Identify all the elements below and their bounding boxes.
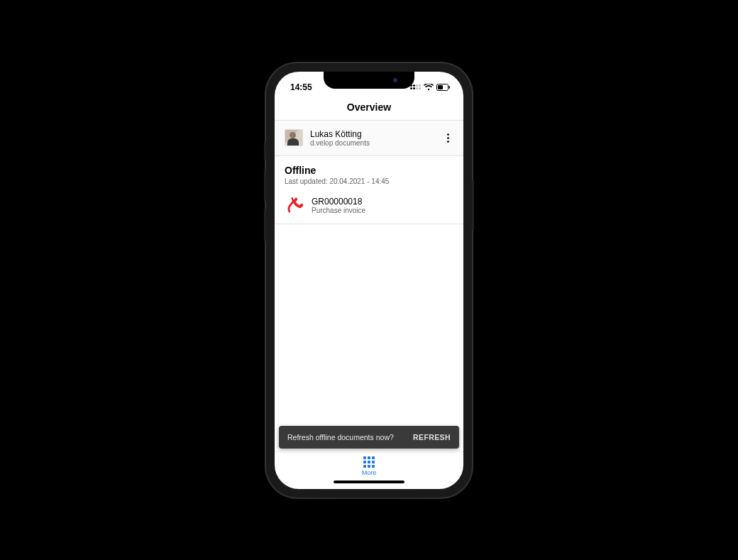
side-button — [264, 141, 266, 160]
notch — [324, 72, 414, 89]
svg-rect-1 — [438, 85, 443, 89]
snackbar: Refresh offline documents now? REFRESH — [279, 426, 459, 449]
battery-icon — [436, 84, 451, 91]
svg-rect-2 — [449, 86, 451, 89]
nav-more-button[interactable]: More — [362, 456, 377, 476]
phone-frame: 14:55 Overview Lukas Kötting — [266, 63, 472, 498]
side-button — [472, 180, 474, 230]
nav-more-label: More — [362, 469, 377, 476]
document-text: GR00000018 Purchase invoice — [312, 197, 453, 214]
account-name: Lukas Kötting — [310, 129, 436, 139]
page-title: Overview — [275, 101, 463, 113]
content-spacer — [275, 224, 463, 426]
status-time: 14:55 — [290, 82, 312, 92]
offline-last-updated: Last updated: 20.04.2021 - 14:45 — [285, 177, 453, 185]
camera-dot — [393, 78, 397, 82]
status-right — [410, 84, 451, 91]
account-subtitle: d.velop documents — [310, 139, 436, 147]
pdf-icon — [285, 197, 303, 215]
bottom-nav: More — [275, 451, 463, 489]
more-menu-button[interactable] — [443, 129, 453, 147]
document-title: GR00000018 — [312, 197, 453, 207]
side-button — [264, 209, 266, 241]
document-subtitle: Purchase invoice — [312, 207, 453, 214]
snackbar-refresh-button[interactable]: REFRESH — [413, 433, 451, 441]
page-header: Overview — [275, 97, 463, 121]
offline-section-header: Offline Last updated: 20.04.2021 - 14:45 — [275, 156, 463, 190]
document-row[interactable]: GR00000018 Purchase invoice — [275, 190, 463, 224]
avatar — [285, 129, 303, 146]
snackbar-message: Refresh offline documents now? — [287, 433, 394, 441]
offline-title: Offline — [285, 165, 453, 176]
home-indicator[interactable] — [334, 481, 404, 483]
side-button — [264, 170, 266, 202]
account-row[interactable]: Lukas Kötting d.velop documents — [275, 121, 463, 156]
screen: 14:55 Overview Lukas Kötting — [275, 72, 463, 489]
account-text: Lukas Kötting d.velop documents — [310, 129, 436, 147]
signal-icon — [410, 84, 421, 89]
more-grid-icon — [363, 456, 375, 468]
wifi-icon — [424, 84, 434, 91]
